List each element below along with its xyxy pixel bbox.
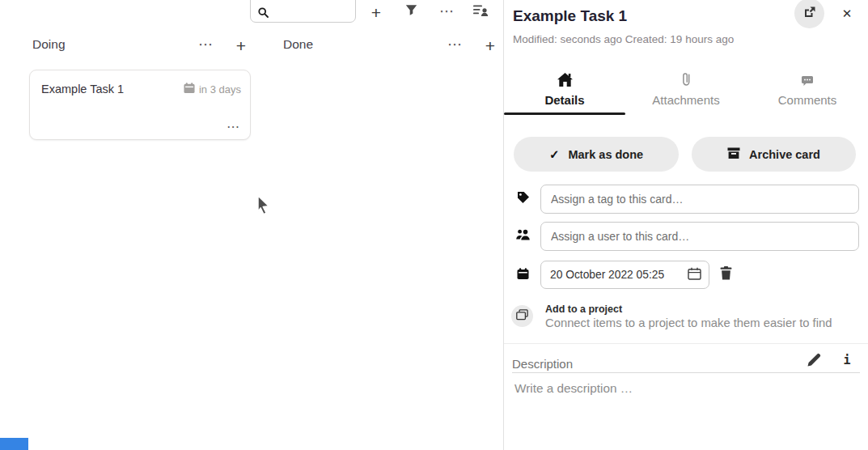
- open-in-window-button[interactable]: [794, 0, 824, 28]
- filter-button[interactable]: [403, 3, 419, 19]
- paperclip-icon: [682, 71, 691, 87]
- info-icon: i: [843, 353, 850, 367]
- chat-bubble-icon: [801, 71, 814, 87]
- close-panel-button[interactable]: ✕: [838, 5, 856, 23]
- details-tabs: Details Attachments Comments: [504, 68, 868, 115]
- details-meta: Modified: seconds ago Created: 19 hours …: [513, 33, 734, 45]
- check-icon: ✓: [549, 148, 560, 160]
- column-done-add-button[interactable]: +: [481, 36, 500, 55]
- description-underline: [512, 372, 860, 373]
- tab-attachments-label: Attachments: [652, 93, 719, 107]
- project-windows-icon: [516, 309, 528, 324]
- details-title: Example Task 1: [513, 7, 627, 25]
- description-label: Description: [512, 357, 573, 371]
- menu-dots-icon: ⋯: [439, 4, 454, 19]
- plus-icon: +: [371, 4, 381, 21]
- tab-attachments[interactable]: Attachments: [625, 68, 747, 115]
- add-card-button[interactable]: +: [366, 2, 387, 23]
- column-title-done: Done: [283, 37, 313, 52]
- card-title: Example Task 1: [41, 83, 124, 96]
- pencil-icon: [807, 357, 821, 369]
- search-input[interactable]: [273, 4, 350, 20]
- mouse-cursor: [255, 194, 272, 220]
- external-link-icon: [803, 6, 816, 21]
- description-info-button[interactable]: i: [841, 352, 853, 368]
- filter-icon: [405, 4, 417, 19]
- due-date-field[interactable]: 20 October 2022 05:25: [540, 261, 709, 289]
- archive-icon: [727, 146, 740, 162]
- user-input[interactable]: [541, 223, 858, 250]
- tab-details[interactable]: Details: [504, 68, 625, 115]
- trash-icon: [720, 270, 732, 282]
- description-placeholder[interactable]: Write a description …: [514, 381, 633, 396]
- edit-description-button[interactable]: [807, 353, 821, 369]
- assignee-list-icon: [473, 4, 489, 19]
- archive-card-label: Archive card: [749, 148, 820, 161]
- plus-icon: +: [485, 37, 495, 54]
- user-input-wrap: [540, 222, 859, 251]
- due-date-value: 20 October 2022 05:25: [541, 269, 688, 281]
- mark-as-done-button[interactable]: ✓ Mark as done: [514, 137, 679, 172]
- column-doing-menu-button[interactable]: ⋯: [197, 36, 214, 53]
- menu-dots-icon: ⋯: [227, 120, 239, 134]
- plus-icon: +: [236, 37, 246, 54]
- search-icon: [258, 6, 269, 21]
- assignee-view-button[interactable]: [472, 4, 489, 19]
- tag-input-wrap: [540, 185, 859, 214]
- section-divider: [504, 343, 868, 344]
- tab-comments[interactable]: Comments: [747, 68, 868, 115]
- archive-card-button[interactable]: Archive card: [692, 137, 856, 172]
- card-due-date: in 3 days: [184, 83, 241, 96]
- home-icon: [557, 71, 573, 87]
- search-entry[interactable]: [250, 0, 356, 23]
- column-doing-add-button[interactable]: +: [231, 36, 251, 55]
- card-due-label: in 3 days: [199, 83, 241, 96]
- close-icon: ✕: [842, 6, 853, 20]
- task-card[interactable]: Example Task 1 in 3 days ⋯: [29, 70, 251, 140]
- tag-icon: [517, 191, 530, 207]
- users-icon: [516, 229, 531, 244]
- remove-due-date-button[interactable]: [720, 266, 732, 282]
- menu-dots-icon: ⋯: [447, 37, 462, 52]
- tag-input[interactable]: [541, 185, 858, 213]
- tab-details-label: Details: [544, 93, 584, 107]
- add-to-project-button[interactable]: [511, 305, 533, 327]
- board-menu-button[interactable]: ⋯: [438, 2, 455, 20]
- column-title-doing: Doing: [32, 37, 66, 52]
- column-done-menu-button[interactable]: ⋯: [446, 36, 464, 53]
- mark-as-done-label: Mark as done: [568, 148, 643, 161]
- card-menu-button[interactable]: ⋯: [227, 121, 239, 134]
- selection-artifact: [0, 438, 28, 450]
- calendar-icon: [184, 83, 195, 96]
- date-picker-button[interactable]: [688, 267, 701, 282]
- calendar-outline-icon: [688, 267, 701, 282]
- tab-comments-label: Comments: [778, 93, 837, 107]
- add-to-project-title: Add to a project: [545, 304, 622, 315]
- calendar-icon: [517, 268, 529, 283]
- menu-dots-icon: ⋯: [198, 37, 213, 52]
- add-to-project-subtitle: Connect items to a project to make them …: [545, 316, 832, 329]
